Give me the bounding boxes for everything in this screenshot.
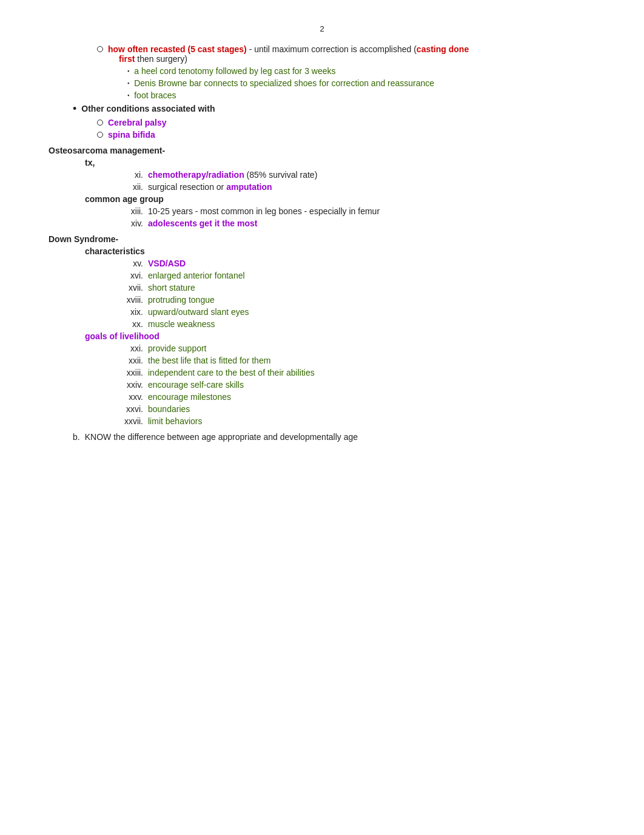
osteosarcoma-heading: Osteosarcoma management- [49,146,608,155]
recast-text: how often recasted (5 cast stages) - unt… [108,44,469,64]
roman-xxiv: xxiv. encourage self-care skills [121,380,608,390]
roman-xiv: xiv. adolescents get it the most [121,218,608,228]
roman-xi: xi. chemotherapy/radiation (85% survival… [121,170,608,180]
square-marker: ▪ [127,92,129,98]
roman-xii: xii. surgical resection or amputation [121,182,608,192]
roman-xx: xx. muscle weakness [121,319,608,329]
square-item-1: ▪ a heel cord tenotomy followed by leg c… [127,66,608,76]
roman-xviii: xviii. protruding tongue [121,295,608,305]
roman-xiii: xiii. 10-25 years - most common in leg b… [121,206,608,216]
roman-xvi: xvi. enlarged anterior fontanel [121,271,608,280]
roman-xxi: xxi. provide support [121,343,608,353]
down-syndrome-heading: Down Syndrome- [49,234,608,244]
page-number: 2 [36,24,608,33]
spina-bifida: spina bifida [97,130,608,140]
square-item-2: ▪ Denis Browne bar connects to specializ… [127,78,608,88]
roman-xxv: xxv. encourage milestones [121,392,608,402]
recast-bold: how often recasted (5 cast stages) [108,44,247,54]
o-marker [97,46,103,52]
bullet-other-conditions: • Other conditions associated with [73,104,608,115]
o-marker-sb [97,132,103,138]
roman-xxiii: xxiii. independent care to the best of t… [121,368,608,377]
level-o-recast: how often recasted (5 cast stages) - unt… [97,44,608,64]
common-age-heading: common age group [85,194,608,204]
roman-xvii: xvii. short stature [121,283,608,292]
square-item-3: ▪ foot braces [127,90,608,100]
roman-xxvii: xxvii. limit behaviors [121,416,608,426]
square-marker: ▪ [127,68,129,74]
item-b: b. KNOW the difference between age appro… [73,432,608,442]
roman-xix: xix. upward/outward slant eyes [121,307,608,317]
roman-xv: xv. VSD/ASD [121,259,608,268]
o-marker-cp [97,120,103,126]
main-content: how often recasted (5 cast stages) - unt… [49,44,608,442]
bullet-marker: • [73,103,76,115]
goals-heading: goals of livelihood [85,331,608,341]
characteristics-heading: characteristics [85,246,608,256]
square-marker: ▪ [127,80,129,86]
roman-xxii: xxii. the best life that is fitted for t… [121,356,608,365]
roman-xxvi: xxvi. boundaries [121,404,608,414]
tx-label: tx, [85,158,608,167]
cerebral-palsy: Cerebral palsy [97,118,608,127]
